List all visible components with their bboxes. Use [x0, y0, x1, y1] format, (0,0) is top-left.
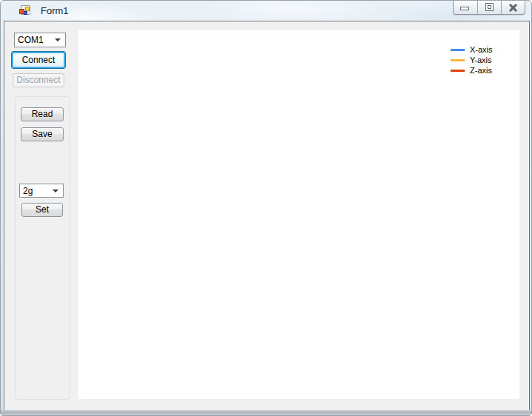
legend-line-swatch-y: [451, 59, 465, 61]
legend-item-y: Y-axis: [451, 55, 493, 65]
close-icon: [502, 1, 525, 14]
legend-label-x: X-axis: [470, 45, 493, 54]
maximize-icon: [485, 3, 494, 11]
connect-button[interactable]: Connect: [11, 51, 66, 69]
read-button[interactable]: Read: [21, 107, 64, 121]
window-controls: [453, 1, 525, 15]
legend-label-y: Y-axis: [470, 56, 492, 64]
range-select[interactable]: 2g: [19, 184, 64, 198]
legend-item-z: Z-axis: [451, 65, 493, 76]
chevron-down-icon: [55, 38, 61, 41]
maximize-button[interactable]: [477, 1, 501, 14]
com-port-value: COM1: [18, 35, 44, 45]
form-client-area: COM1 Connect Disconnect Read Save 2g Set…: [4, 21, 530, 412]
legend-label-z: Z-axis: [470, 66, 492, 75]
minimize-button[interactable]: [454, 1, 477, 14]
com-port-select[interactable]: COM1: [14, 33, 66, 47]
app-window: Form1 COM1 Connect Disconnect: [0, 0, 532, 416]
titlebar[interactable]: Form1: [1, 1, 531, 21]
legend-line-swatch-x: [451, 49, 465, 51]
legend-item-x: X-axis: [451, 44, 493, 55]
minimize-icon: [460, 7, 469, 10]
winforms-app-icon: [19, 4, 31, 16]
window-bottom-frame: [1, 410, 531, 415]
chart-legend: X-axis Y-axis Z-axis: [451, 44, 493, 76]
range-value: 2g: [23, 186, 33, 196]
save-button[interactable]: Save: [21, 127, 64, 141]
disconnect-button[interactable]: Disconnect: [13, 73, 64, 87]
chevron-down-icon: [53, 189, 58, 192]
legend-line-swatch-z: [451, 70, 465, 72]
icon-blue-square: [24, 11, 27, 15]
window-title: Form1: [41, 5, 69, 16]
set-button[interactable]: Set: [21, 203, 63, 217]
close-button[interactable]: [501, 1, 525, 14]
settings-groupbox: Read Save 2g Set: [15, 96, 70, 400]
chart-area: X-axis Y-axis Z-axis: [78, 30, 519, 399]
